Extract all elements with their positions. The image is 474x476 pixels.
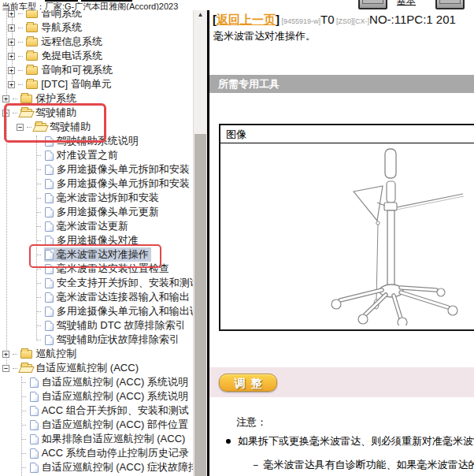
expand-toggle-icon[interactable]: + <box>8 81 15 88</box>
tree-item[interactable]: 驾驶辅助症状故障排除索引 <box>0 333 193 347</box>
tree-item[interactable]: + 音响和可视系统 <box>0 63 193 77</box>
tree-connector <box>36 340 41 341</box>
tree-connector <box>36 269 41 270</box>
tree-item[interactable]: 多用途摄像头单元更新 <box>0 205 193 219</box>
tree-item[interactable]: 安全支持开关拆卸、安装和测试 <box>0 276 193 290</box>
tree-item-body[interactable]: 多用途摄像头单元拆卸和安装 <box>44 162 192 177</box>
expand-toggle-icon[interactable]: + <box>8 24 15 32</box>
tree-connector <box>13 99 17 100</box>
document-icon <box>45 264 54 274</box>
tree-item-body[interactable]: 多用途摄像头单元更新 <box>44 205 161 219</box>
tree-item-body[interactable]: 自适应巡航控制 (ACC) 症状故障排除 <box>29 460 193 474</box>
tree-item-body[interactable]: 毫米波雷达对准操作 <box>44 247 151 262</box>
tree-item-label: 多用途摄像头单元拆卸和安装 <box>56 177 192 189</box>
tree-item-body[interactable]: 导航系统 <box>25 20 84 35</box>
tree-item[interactable]: 多用途摄像头单元拆卸和安装 <box>0 162 193 177</box>
tree-item-body[interactable]: 免提电话系统 <box>25 49 105 63</box>
expand-toggle-icon[interactable]: − <box>2 365 9 372</box>
tree-item[interactable]: ACC 组合开关拆卸、安装和测试 <box>0 403 193 418</box>
tree-scrollbar[interactable]: ▲ <box>193 9 207 476</box>
tree-item[interactable]: 自适应巡航控制 (ACC) 部件位置 <box>0 418 193 432</box>
tree-item[interactable]: 多用途摄像头单元输入和输出说明 <box>0 304 193 318</box>
tree-item-body[interactable]: 对准设置之前 <box>44 148 120 162</box>
tree-item[interactable]: + [DTC] 音响单元 <box>0 77 193 91</box>
current-model-text: 当前车型：厂家:G-广汽本田雅阁(Accord)2023 <box>2 1 178 10</box>
tree-item-body[interactable]: 保护系统 <box>20 91 79 106</box>
tree-item[interactable]: 毫米波雷达连接器输入和输出 <box>0 290 193 304</box>
tree-item[interactable]: − 自适应巡航控制 (ACC) <box>0 361 193 375</box>
tree-item[interactable]: 自适应巡航控制 (ACC) 症状故障排除 <box>0 460 193 474</box>
tree-item[interactable]: + 免提电话系统 <box>0 49 193 63</box>
clipped-toolbar-icon[interactable] <box>435 0 465 9</box>
expand-toggle-icon[interactable]: + <box>8 39 15 46</box>
tree-item[interactable]: 驾驶辅助系统说明 <box>0 134 193 148</box>
tree-item-body[interactable]: 自适应巡航控制 (ACC) 系统说明 <box>29 389 191 403</box>
tree-item[interactable]: + 远程信息系统 <box>0 35 193 49</box>
toolbar-icon-face <box>439 0 461 4</box>
tree-connector <box>36 141 41 143</box>
tree-item[interactable]: 多用途摄像头单元拆卸和安装 <box>0 177 193 191</box>
document-icon <box>45 321 54 331</box>
tree-item-body[interactable]: 毫米波雷达更新 <box>44 219 131 233</box>
tree-item-body[interactable]: 自适应巡航控制 (ACC) 系统说明 <box>29 375 191 389</box>
tree-item[interactable]: 毫米波雷达更新 <box>0 219 193 233</box>
tree-item-body[interactable]: [DTC] 音响单元 <box>25 77 114 91</box>
tree-item-body[interactable]: 多用途摄像头单元拆卸和安装 <box>44 177 192 191</box>
tree-item-body[interactable]: 自适应巡航控制 (ACC) 部件位置 <box>29 418 191 432</box>
tree-item-label: 驾驶辅助 <box>35 106 79 118</box>
tree-item[interactable]: + 导航系统 <box>0 20 193 35</box>
tree-item-body[interactable]: 多用途摄像头单元输入和输出说明 <box>44 304 193 318</box>
tree-item-body[interactable]: 毫米波雷达安装位置检查 <box>44 262 172 276</box>
expand-toggle-icon[interactable]: + <box>2 351 9 358</box>
tree-item-body[interactable]: 多用途摄像头对准 <box>44 233 141 247</box>
tree-item-body[interactable]: ACC 系统自动停止控制历史记录 <box>29 446 191 460</box>
tree-item[interactable]: ACC 系统自动停止控制历史记录 <box>0 446 193 460</box>
tool-image-box: 图像 <box>219 124 474 331</box>
note-bullet-item: 如果拆下或更换毫米波雷达、则必须重新对准毫米波雷达 <box>226 434 474 448</box>
tree-item-body[interactable]: 驾驶辅助症状故障排除索引 <box>44 333 182 347</box>
tree-item-body[interactable]: 毫米波雷达连接器输入和输出 <box>44 290 192 304</box>
tree-item-body[interactable]: 远程信息系统 <box>25 35 105 49</box>
clipped-toolbar-label[interactable]: 基本 <box>397 0 416 8</box>
tree-item-label: 自适应巡航控制 (ACC) 部件位置 <box>41 418 191 430</box>
tree-connector <box>21 396 26 398</box>
tree-item[interactable]: 如果排除自适应巡航控制 (ACC) <box>0 432 193 446</box>
tree-item-body[interactable]: 驾驶辅助 <box>20 106 79 120</box>
tree-item[interactable]: 自适应巡航控制 (ACC) 系统说明 <box>0 375 193 389</box>
tree-item[interactable]: − 驾驶辅助 <box>0 120 193 134</box>
tree-item-body[interactable]: 巡航控制 <box>20 347 79 361</box>
tree-item-body[interactable]: ACC 组合开关拆卸、安装和测试 <box>29 403 191 418</box>
tree-connector <box>36 226 41 228</box>
tree-item[interactable]: 对准设置之前 <box>0 148 193 162</box>
tree-item-body[interactable]: 自适应巡航控制 (ACC) <box>20 361 141 375</box>
tree-item[interactable]: 毫米波雷达对准操作 <box>0 247 193 262</box>
tree-connector <box>18 13 23 15</box>
tree-item-body[interactable]: 如果排除自适应巡航控制 (ACC) <box>29 432 188 446</box>
adjust-button[interactable]: 调整 <box>219 374 277 392</box>
expand-toggle-icon[interactable]: − <box>2 110 9 117</box>
tree-item-body[interactable]: 音响和可视系统 <box>25 63 115 77</box>
expand-toggle-icon[interactable]: − <box>17 124 24 131</box>
clipped-toolbar-icon[interactable] <box>358 0 387 9</box>
tree-item-body[interactable]: 驾驶辅助系统说明 <box>44 134 141 148</box>
back-link[interactable]: 返回上一页 <box>217 13 276 26</box>
document-icon <box>45 236 54 246</box>
tree-item[interactable]: 毫米波雷达安装位置检查 <box>0 262 193 276</box>
scrollbar-thumb[interactable] <box>194 134 206 476</box>
expand-toggle-icon[interactable]: + <box>8 10 15 17</box>
expand-toggle-icon[interactable]: + <box>8 53 15 60</box>
tree-item-body[interactable]: 安全支持开关拆卸、安装和测试 <box>44 276 193 290</box>
tree-item-body[interactable]: 毫米波雷达拆卸和安装 <box>44 191 161 205</box>
tree-item[interactable]: 多用途摄像头对准 <box>0 233 193 247</box>
tree-item[interactable]: + 巡航控制 <box>0 347 193 361</box>
tree-item[interactable]: + 保护系统 <box>0 91 193 106</box>
tree-item[interactable]: − 驾驶辅助 <box>0 106 193 120</box>
tree-item[interactable]: 自适应巡航控制 (ACC) 系统说明 <box>0 389 193 403</box>
tree-item[interactable]: 毫米波雷达拆卸和安装 <box>0 191 193 205</box>
tree-item-body[interactable]: 驾驶辅助 DTC 故障排除索引 <box>44 318 188 333</box>
expand-toggle-icon[interactable]: + <box>2 95 9 102</box>
expand-toggle-icon[interactable]: + <box>8 67 15 74</box>
scroll-up-icon[interactable]: ▲ <box>194 11 207 18</box>
tree-item[interactable]: 驾驶辅助 DTC 故障排除索引 <box>0 318 193 333</box>
tree-item-body[interactable]: 驾驶辅助 <box>34 120 93 134</box>
